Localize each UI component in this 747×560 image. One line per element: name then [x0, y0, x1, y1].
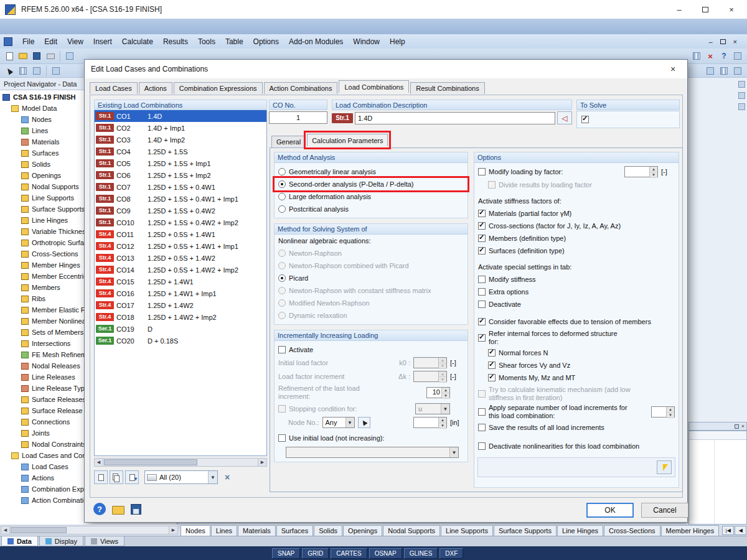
select-pointer-icon[interactable]: [3, 65, 16, 77]
menu-item[interactable]: Table: [220, 36, 248, 47]
load-combination-row[interactable]: Str.1 CO1 1.4D: [95, 110, 266, 122]
stopping-condition-dropdown[interactable]: u▼: [415, 403, 450, 414]
description-input[interactable]: 1.4D: [355, 112, 555, 124]
load-combination-row[interactable]: Str.1 CO3 1.4D + Imp2: [95, 134, 266, 146]
stiffness-checkbox-row[interactable]: Cross-sections (factor for J, Iy, Iz, A,…: [474, 220, 679, 232]
parameter-subtab[interactable]: Calculation Parameters: [307, 134, 388, 146]
save-settings-button[interactable]: [131, 504, 141, 515]
menu-item[interactable]: Help: [385, 36, 410, 47]
load-combination-row[interactable]: Str.1 CO7 1.25D + 1.5S + 0.4W1: [95, 181, 266, 193]
status-toggle-button[interactable]: OSNAP: [369, 548, 402, 559]
menu-item[interactable]: Edit: [39, 36, 62, 47]
save-icon[interactable]: [31, 50, 43, 62]
divide-results-checkbox[interactable]: [488, 181, 496, 189]
load-combination-row[interactable]: Str.4 CO14 1.25D + 0.5S + 1.4W2 + Imp2: [95, 264, 266, 276]
deactivate-nonlinearities-checkbox[interactable]: [478, 442, 486, 450]
navigator-panel-tab[interactable]: Display: [39, 536, 83, 546]
table-tab[interactable]: Solids: [314, 525, 342, 536]
restore-icon[interactable]: [702, 7, 708, 12]
stiffness-checkbox-row[interactable]: Members (definition type): [474, 232, 679, 245]
special-checkbox-row[interactable]: Deactivate: [474, 298, 679, 310]
window-box-icon[interactable]: [731, 50, 744, 62]
solver-method-radio[interactable]: Newton-Raphson combined with Picard: [275, 259, 467, 272]
load-combination-row[interactable]: Str.4 CO11 1.25D + 0.5S + 1.4W1: [95, 228, 266, 240]
navigator-horizontal-scrollbar[interactable]: ◀ ▶: [0, 525, 179, 535]
load-combination-row[interactable]: Str.1 CO10 1.25D + 1.5S + 0.4W2 + Imp2: [95, 217, 266, 228]
to-solve-checkbox[interactable]: [581, 116, 589, 123]
help-icon[interactable]: ?: [718, 50, 730, 62]
guideline-icon[interactable]: [50, 65, 62, 77]
load-factor-increment-spinner[interactable]: ▲▼: [413, 371, 447, 382]
measure-icon[interactable]: [31, 65, 43, 77]
scroll-right-icon[interactable]: ▶: [258, 459, 266, 466]
table-tab[interactable]: Lines: [211, 525, 237, 536]
load-combination-row[interactable]: Str.1 CO9 1.25D + 1.5S + 0.4W2: [95, 205, 266, 217]
mdi-minimize-icon[interactable]: –: [708, 38, 712, 45]
table-tab[interactable]: Line Supports: [441, 525, 493, 536]
scrollbar-thumb[interactable]: [104, 459, 197, 465]
new-combination-button[interactable]: [94, 470, 108, 484]
favorable-effects-checkbox[interactable]: [478, 318, 486, 325]
tab-scroll-button[interactable]: ◀: [735, 526, 746, 535]
filter-dropdown[interactable]: All (20) ▼: [144, 470, 218, 484]
refer-checkbox-row[interactable]: Shear forces Vy and Vz: [484, 359, 679, 371]
dock-icon[interactable]: [738, 103, 745, 110]
open-settings-button[interactable]: [112, 506, 125, 515]
table-tab[interactable]: Surface Supports: [494, 525, 557, 536]
dialog-tab[interactable]: Action Combinations: [264, 82, 338, 94]
dock-icon[interactable]: [738, 81, 745, 88]
load-combination-row[interactable]: Ser.1 CO19 D: [95, 323, 266, 335]
menu-item[interactable]: View: [62, 36, 88, 47]
load-combination-row[interactable]: Str.4 CO13 1.25D + 0.5S + 1.4W2: [95, 252, 266, 264]
minimize-icon[interactable]: –: [675, 5, 684, 14]
menu-item[interactable]: Options: [248, 36, 284, 47]
load-combination-row[interactable]: Str.4 CO12 1.25D + 0.5S + 1.4W1 + Imp1: [95, 240, 266, 252]
status-toggle-button[interactable]: CARTES: [331, 548, 367, 559]
load-combination-row[interactable]: Str.1 CO4 1.25D + 1.5S: [95, 146, 266, 157]
initial-load-dropdown[interactable]: ▼: [286, 447, 459, 458]
tab-scroll-button[interactable]: |◀: [722, 526, 734, 535]
mdi-restore-icon[interactable]: [720, 39, 726, 44]
load-combination-row[interactable]: Str.4 CO16 1.25D + 1.4W1 + Imp1: [95, 287, 266, 299]
refer-forces-checkbox[interactable]: [478, 334, 486, 342]
dialog-tab[interactable]: Result Combinations: [410, 82, 485, 94]
modify-loading-checkbox[interactable]: [478, 168, 486, 175]
analysis-method-radio[interactable]: Geometrically linear analysis: [275, 166, 467, 178]
increments-spinner[interactable]: ▲▼: [651, 406, 675, 418]
stiffness-checkbox-row[interactable]: Surfaces (definition type): [474, 245, 679, 257]
menu-item[interactable]: File: [17, 36, 39, 47]
zoom-icon[interactable]: [731, 65, 744, 77]
activate-checkbox[interactable]: [278, 346, 286, 353]
pin-icon[interactable]: [735, 424, 739, 429]
scroll-right-icon[interactable]: ▶: [169, 526, 177, 534]
refinement-spinner[interactable]: 10▲▼: [426, 387, 450, 398]
table-tab[interactable]: Line Hinges: [557, 525, 603, 536]
refer-checkbox-row[interactable]: Normal forces N: [484, 347, 679, 359]
navigator-panel-tab[interactable]: Views: [85, 536, 125, 546]
grid-icon[interactable]: [718, 65, 730, 77]
load-combination-row[interactable]: Str.4 CO18 1.25D + 1.4W2 + Imp2: [95, 311, 266, 323]
status-toggle-button[interactable]: DXF: [439, 548, 463, 559]
dialog-tab[interactable]: Actions: [139, 82, 172, 94]
apply-separate-increments-checkbox[interactable]: [478, 408, 486, 416]
copy-combination-button[interactable]: [110, 470, 123, 484]
navigator-panel-tab[interactable]: Data: [1, 536, 38, 546]
stopping-condition-checkbox[interactable]: [278, 405, 286, 413]
stiffness-checkbox-row[interactable]: Materials (partial factor γM): [474, 207, 679, 220]
list-horizontal-scrollbar[interactable]: ◀ ▶: [94, 458, 267, 467]
menu-item[interactable]: Insert: [88, 36, 117, 47]
load-combination-row[interactable]: Ser.1 CO20 D + 0.18S: [95, 335, 266, 347]
table-tab[interactable]: Nodes: [181, 525, 210, 536]
pick-node-button[interactable]: [358, 417, 370, 428]
cancel-button[interactable]: Cancel: [641, 503, 688, 518]
analysis-method-radio[interactable]: Postcritical analysis: [275, 203, 467, 215]
special-checkbox-row[interactable]: Modify stiffness: [474, 273, 679, 286]
apply-description-button[interactable]: ◁: [557, 111, 572, 124]
refer-checkbox-row[interactable]: Moments My, Mz and MT: [484, 371, 679, 384]
load-combination-row[interactable]: Str.1 CO8 1.25D + 1.5S + 0.4W1 + Imp1: [95, 193, 266, 205]
status-toggle-button[interactable]: GRID: [302, 548, 329, 559]
menu-item[interactable]: Calculate: [117, 36, 158, 47]
scroll-left-icon[interactable]: ◀: [1, 526, 10, 534]
node-no-dropdown[interactable]: Any▼: [322, 417, 355, 428]
close-panel-icon[interactable]: ×: [741, 424, 745, 429]
